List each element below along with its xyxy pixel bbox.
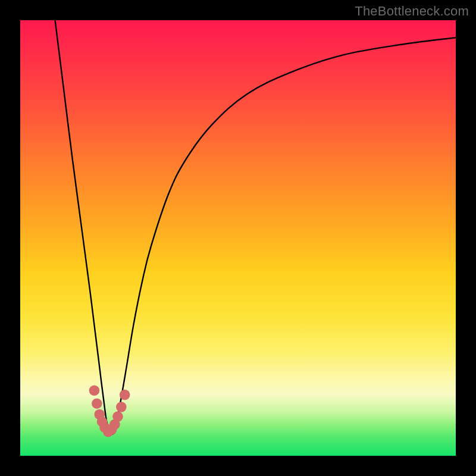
trough-marker-group [89,385,130,437]
trough-marker [89,385,100,396]
curve-svg [20,20,456,456]
trough-marker [112,411,123,422]
trough-marker [120,390,130,400]
trough-marker [116,402,127,412]
watermark-text: TheBottleneck.com [355,4,469,19]
chart-frame: TheBottleneck.com [0,0,476,476]
trough-marker [92,398,102,409]
plot-area [20,20,456,456]
bottleneck-curve [55,20,456,434]
